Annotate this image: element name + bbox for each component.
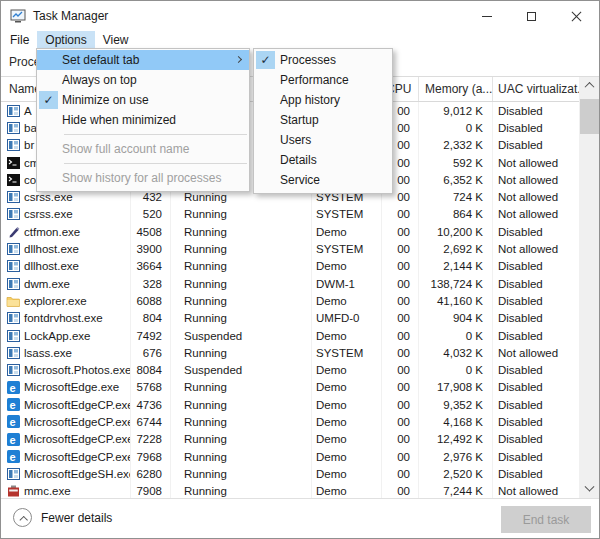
menu-item-always-on-top[interactable]: Always on top bbox=[37, 70, 249, 90]
submenu-item-service[interactable]: Service bbox=[254, 170, 392, 190]
process-name: ctfmon.exe bbox=[24, 226, 80, 238]
table-row[interactable]: dllhost.exe3900RunningSYSTEM002,692 KNot… bbox=[1, 240, 579, 257]
menu-file[interactable]: File bbox=[2, 31, 37, 48]
scroll-up-button[interactable] bbox=[579, 77, 600, 94]
table-row[interactable]: Microsoft.Photos.exe8084SuspendedDemo000… bbox=[1, 361, 579, 378]
scroll-down-button[interactable] bbox=[579, 481, 600, 498]
cell-memory: 864 K bbox=[419, 206, 493, 223]
table-row[interactable]: eMicrosoftEdge.exe5768RunningDemo0017,90… bbox=[1, 379, 579, 396]
cell-user-name: Demo bbox=[312, 223, 382, 240]
process-name: MicrosoftEdgeCP.exe bbox=[24, 451, 131, 463]
process-name: dllhost.exe bbox=[24, 260, 79, 272]
tab-processes[interactable]: Processes bbox=[9, 48, 36, 76]
menu-options[interactable]: Options bbox=[37, 31, 94, 48]
menu-item-show-history-all-processes[interactable]: Show history for all processes bbox=[37, 168, 249, 188]
submenu-item-startup[interactable]: Startup bbox=[254, 110, 392, 130]
app-window-icon bbox=[6, 467, 20, 480]
cell-memory: 0 K bbox=[419, 361, 493, 378]
cell-pid: 676 bbox=[131, 344, 171, 361]
table-row[interactable]: dwm.exe328RunningDWM-100138,724 KDisable… bbox=[1, 275, 579, 292]
cell-name: Microsoft.Photos.exe bbox=[1, 361, 131, 378]
column-header-memory[interactable]: Memory (a... bbox=[419, 77, 493, 101]
cell-cpu: 00 bbox=[382, 379, 419, 396]
cell-status: Running bbox=[171, 258, 312, 275]
menu-item-minimize-on-use[interactable]: Minimize on use bbox=[37, 90, 249, 110]
submenu-item-app-history[interactable]: App history bbox=[254, 90, 392, 110]
cell-memory: 2,332 K bbox=[419, 137, 493, 154]
process-name: A bbox=[24, 105, 32, 117]
cell-cpu: 00 bbox=[382, 258, 419, 275]
table-row[interactable]: mmc.exe7908RunningDemo007,244 KNot allow… bbox=[1, 483, 579, 498]
end-task-button[interactable]: End task bbox=[501, 506, 591, 533]
menu-item-set-default-tab[interactable]: Set default tab bbox=[37, 50, 249, 70]
cell-pid: 520 bbox=[131, 206, 171, 223]
column-header-uac[interactable]: UAC virtualizat... bbox=[493, 77, 579, 101]
cell-status: Running bbox=[171, 275, 312, 292]
menu-item-show-full-account-name[interactable]: Show full account name bbox=[37, 139, 249, 159]
cell-uac-virtualization: Disabled bbox=[493, 258, 579, 275]
fewer-details-toggle[interactable]: Fewer details bbox=[13, 508, 112, 527]
process-name: explorer.exe bbox=[24, 295, 87, 307]
process-name: MicrosoftEdgeCP.exe bbox=[24, 433, 131, 445]
cell-status: Running bbox=[171, 344, 312, 361]
mmc-icon bbox=[6, 485, 20, 498]
cell-name: eMicrosoftEdgeCP.exe bbox=[1, 448, 131, 465]
submenu-item-performance[interactable]: Performance bbox=[254, 70, 392, 90]
scrollbar-thumb[interactable] bbox=[580, 99, 599, 134]
cell-memory: 7,244 K bbox=[419, 483, 493, 498]
minimize-icon bbox=[482, 16, 492, 17]
svg-text:e: e bbox=[9, 381, 15, 393]
table-row[interactable]: ctfmon.exe4508RunningDemo0010,200 KDisab… bbox=[1, 223, 579, 240]
cell-user-name: UMFD-0 bbox=[312, 310, 382, 327]
table-row[interactable]: lsass.exe676RunningSYSTEM004,032 KNot al… bbox=[1, 344, 579, 361]
cell-status: Running bbox=[171, 240, 312, 257]
cell-name: dwm.exe bbox=[1, 275, 131, 292]
table-row[interactable]: fontdrvhost.exe804RunningUMFD-000904 KDi… bbox=[1, 310, 579, 327]
table-row[interactable]: eMicrosoftEdgeCP.exe7228RunningDemo0012,… bbox=[1, 431, 579, 448]
cell-status: Running bbox=[171, 379, 312, 396]
cell-status: Running bbox=[171, 310, 312, 327]
cell-uac-virtualization: Disabled bbox=[493, 379, 579, 396]
table-row[interactable]: LockApp.exe7492SuspendedDemo000 KDisable… bbox=[1, 327, 579, 344]
cell-status: Running bbox=[171, 431, 312, 448]
cell-pid: 804 bbox=[131, 310, 171, 327]
table-row[interactable]: csrss.exe520RunningSYSTEM00864 KNot allo… bbox=[1, 206, 579, 223]
cell-user-name: SYSTEM bbox=[312, 240, 382, 257]
submenu-item-details[interactable]: Details bbox=[254, 150, 392, 170]
cell-user-name: DWM-1 bbox=[312, 275, 382, 292]
maximize-button[interactable] bbox=[509, 1, 554, 31]
cell-status: Running bbox=[171, 465, 312, 482]
table-row[interactable]: eMicrosoftEdgeCP.exe7968RunningDemo002,9… bbox=[1, 448, 579, 465]
table-row[interactable]: eMicrosoftEdgeCP.exe6744RunningDemo004,1… bbox=[1, 413, 579, 430]
submenu-item-processes[interactable]: Processes bbox=[254, 50, 392, 70]
edge-icon: e bbox=[6, 415, 20, 428]
cell-user-name: Demo bbox=[312, 431, 382, 448]
cell-user-name: Demo bbox=[312, 292, 382, 309]
table-row[interactable]: MicrosoftEdgeSH.exe6280RunningDemo002,52… bbox=[1, 465, 579, 482]
task-manager-icon bbox=[10, 8, 26, 24]
close-button[interactable] bbox=[554, 1, 599, 31]
cell-uac-virtualization: Not allowed bbox=[493, 206, 579, 223]
cell-pid: 7908 bbox=[131, 483, 171, 498]
process-name: fontdrvhost.exe bbox=[24, 312, 103, 324]
console-icon bbox=[6, 173, 20, 186]
cell-status: Running bbox=[171, 413, 312, 430]
cell-name: LockApp.exe bbox=[1, 327, 131, 344]
app-window-icon bbox=[6, 364, 20, 377]
table-row[interactable]: eMicrosoftEdgeCP.exe4736RunningDemo009,3… bbox=[1, 396, 579, 413]
vertical-scrollbar[interactable] bbox=[579, 77, 600, 498]
chevron-up-circle-icon bbox=[13, 508, 32, 527]
cell-name: eMicrosoftEdgeCP.exe bbox=[1, 413, 131, 430]
cell-uac-virtualization: Disabled bbox=[493, 137, 579, 154]
table-row[interactable]: explorer.exe6088RunningDemo0041,160 KDis… bbox=[1, 292, 579, 309]
cell-name: explorer.exe bbox=[1, 292, 131, 309]
cell-status: Suspended bbox=[171, 327, 312, 344]
menu-item-hide-when-minimized[interactable]: Hide when minimized bbox=[37, 110, 249, 130]
submenu-item-users[interactable]: Users bbox=[254, 130, 392, 150]
minimize-button[interactable] bbox=[464, 1, 509, 31]
menu-view[interactable]: View bbox=[95, 31, 137, 48]
cell-cpu: 00 bbox=[382, 223, 419, 240]
cell-uac-virtualization: Not allowed bbox=[493, 483, 579, 498]
table-row[interactable]: dllhost.exe3664RunningDemo002,144 KDisab… bbox=[1, 258, 579, 275]
cell-cpu: 00 bbox=[382, 361, 419, 378]
